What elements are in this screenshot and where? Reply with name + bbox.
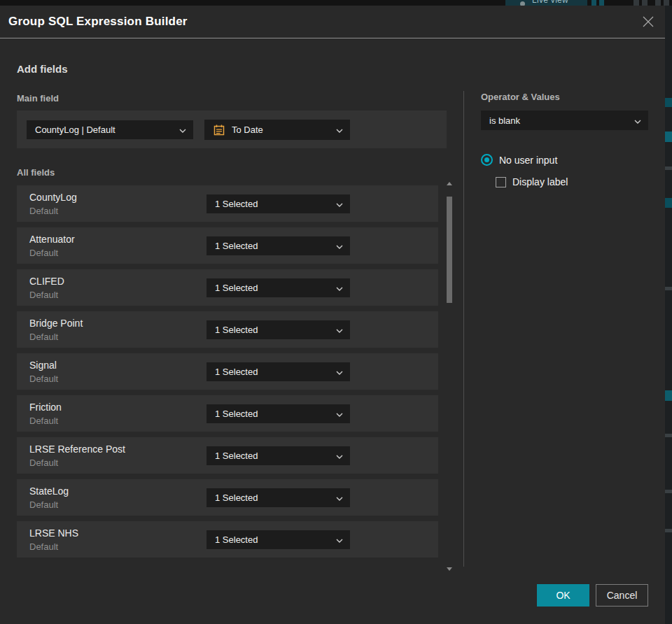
main-field-label: Main field — [17, 93, 59, 104]
main-field-type-select[interactable]: To Date — [204, 120, 350, 140]
field-selection-value: 1 Selected — [215, 451, 330, 461]
field-sublabel: Default — [29, 541, 58, 552]
main-field-select-value: CountyLog | Default — [35, 125, 174, 135]
calendar-date-icon — [213, 124, 225, 136]
main-field-select[interactable]: CountyLog | Default — [27, 120, 193, 139]
toolbar-fragment-icon — [592, 0, 596, 6]
field-selection-value: 1 Selected — [215, 283, 330, 293]
field-list-scrollbar — [446, 180, 453, 571]
field-sublabel: Default — [29, 206, 58, 216]
ok-button[interactable]: OK — [537, 584, 589, 607]
field-selection-value: 1 Selected — [215, 409, 330, 419]
dialog-header: Group SQL Expression Builder — [0, 6, 665, 38]
toolbar-fragment-icon — [664, 0, 669, 6]
field-selection-select[interactable]: 1 Selected — [206, 446, 350, 465]
field-selection-value: 1 Selected — [215, 241, 330, 251]
background-fragment — [665, 490, 672, 493]
field-selection-value: 1 Selected — [215, 199, 330, 209]
screen: Live view Group SQL Expression Builder — [0, 0, 672, 624]
field-name: StateLog — [29, 485, 69, 497]
add-fields-heading: Add fields — [17, 63, 68, 75]
field-name: CountyLog — [29, 192, 77, 203]
chevron-down-icon — [336, 199, 343, 209]
chevron-down-icon — [336, 451, 343, 461]
chevron-down-icon — [336, 283, 343, 293]
display-label-text: Display label — [512, 176, 568, 187]
background-fragment — [665, 434, 672, 437]
field-list: CountyLog Default 1 Selected Attenuator … — [17, 185, 438, 563]
field-selection-value: 1 Selected — [215, 534, 330, 545]
dialog-title: Group SQL Expression Builder — [8, 15, 188, 29]
background-fragment — [665, 529, 672, 532]
live-view-label: Live view — [532, 0, 568, 5]
field-sublabel: Default — [29, 499, 58, 510]
all-fields-label: All fields — [17, 167, 55, 178]
cancel-button[interactable]: Cancel — [596, 584, 648, 607]
field-selection-select[interactable]: 1 Selected — [206, 362, 350, 381]
chevron-down-icon — [336, 125, 343, 135]
toolbar-fragment-icon — [599, 0, 604, 6]
chevron-down-icon — [179, 125, 186, 135]
field-name: Signal — [29, 360, 57, 371]
background-fragment — [665, 132, 672, 142]
list-item: Signal Default 1 Selected — [17, 353, 438, 390]
list-item: LRSE NHS Default 1 Selected — [17, 521, 438, 558]
scroll-up-arrow-icon[interactable] — [447, 182, 452, 185]
live-view-button: Live view — [505, 0, 587, 6]
field-name: LRSE NHS — [29, 527, 78, 539]
field-selection-value: 1 Selected — [215, 325, 330, 335]
background-fragment — [665, 198, 672, 208]
background-app-right-strip — [665, 6, 672, 624]
scrollbar-thumb[interactable] — [447, 197, 452, 303]
no-user-input-radio[interactable]: No user input — [481, 154, 557, 166]
display-label-checkbox[interactable]: Display label — [496, 176, 568, 187]
group-sql-expression-builder-dialog: Group SQL Expression Builder Add fields … — [0, 6, 665, 624]
close-icon[interactable] — [641, 15, 655, 29]
field-selection-select[interactable]: 1 Selected — [206, 404, 350, 423]
list-item: CountyLog Default 1 Selected — [17, 185, 438, 222]
field-selection-select[interactable]: 1 Selected — [206, 530, 350, 549]
list-item: CLIFED Default 1 Selected — [17, 269, 438, 306]
field-sublabel: Default — [29, 458, 58, 468]
field-sublabel: Default — [29, 374, 58, 384]
chevron-down-icon — [336, 325, 343, 335]
main-field-panel: CountyLog | Default To Date — [17, 111, 447, 148]
list-item: LRSE Reference Post Default 1 Selected — [17, 437, 438, 474]
background-app-top-strip: Live view — [0, 0, 672, 6]
background-fragment — [665, 166, 672, 170]
field-selection-value: 1 Selected — [215, 367, 330, 377]
chevron-down-icon — [336, 367, 343, 377]
toolbar-fragment-icon — [655, 0, 661, 6]
toolbar-fragment-icon — [642, 0, 648, 6]
operator-select[interactable]: is blank — [481, 111, 648, 130]
field-sublabel: Default — [29, 416, 58, 426]
list-item: StateLog Default 1 Selected — [17, 479, 438, 516]
chevron-down-icon — [336, 241, 343, 251]
field-name: Attenuator — [29, 234, 75, 245]
chevron-down-icon — [336, 492, 343, 503]
operator-values-label: Operator & Values — [481, 92, 560, 102]
field-name: LRSE Reference Post — [29, 444, 125, 455]
field-name: Friction — [29, 402, 62, 413]
background-fragment — [665, 390, 672, 401]
field-selection-select[interactable]: 1 Selected — [206, 278, 350, 297]
panel-divider — [463, 91, 464, 567]
main-field-type-value: To Date — [232, 125, 330, 135]
no-user-input-label: No user input — [499, 155, 557, 166]
field-sublabel: Default — [29, 290, 58, 300]
radio-selected-icon — [481, 154, 493, 166]
field-selection-select[interactable]: 1 Selected — [206, 488, 350, 507]
field-selection-value: 1 Selected — [215, 492, 330, 503]
field-name: Bridge Point — [29, 318, 83, 329]
operator-select-value: is blank — [489, 115, 629, 126]
list-item: Friction Default 1 Selected — [17, 395, 438, 432]
chevron-down-icon — [336, 534, 343, 545]
field-selection-select[interactable]: 1 Selected — [206, 194, 350, 213]
field-selection-select[interactable]: 1 Selected — [206, 320, 350, 339]
field-name: CLIFED — [29, 276, 64, 287]
list-item: Attenuator Default 1 Selected — [17, 227, 438, 264]
toolbar-fragment-icon — [634, 0, 639, 6]
field-sublabel: Default — [29, 248, 58, 258]
scroll-down-arrow-icon[interactable] — [447, 567, 452, 571]
field-selection-select[interactable]: 1 Selected — [206, 236, 350, 255]
